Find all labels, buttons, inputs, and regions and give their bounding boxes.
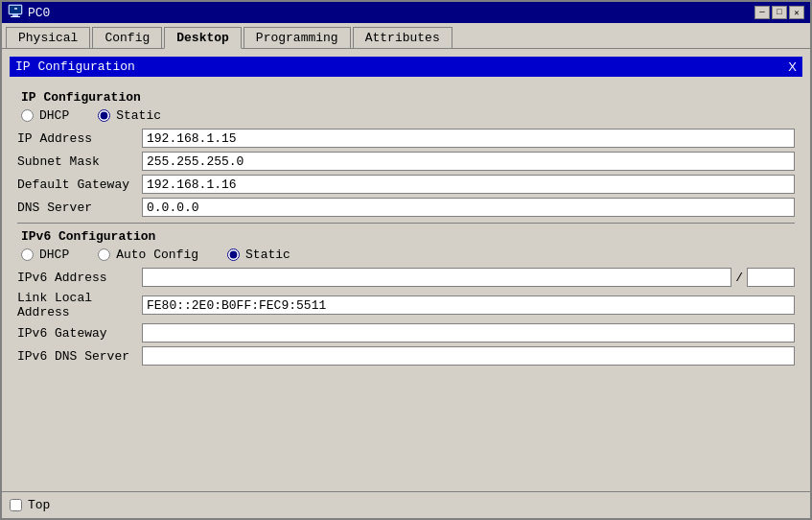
tab-config[interactable]: Config [92, 27, 162, 48]
title-bar: PC0 ─ □ ✕ [2, 2, 810, 23]
subnet-mask-label: Subnet Mask [17, 154, 142, 169]
title-bar-left: PC0 [8, 3, 50, 22]
ip-config-header-label: IP Configuration [15, 59, 135, 74]
dns-server-row: DNS Server [17, 198, 795, 217]
default-gateway-row: Default Gateway [17, 175, 795, 194]
maximize-button[interactable]: □ [772, 6, 787, 19]
svg-rect-2 [11, 16, 20, 17]
dhcp-radio-group: DHCP [21, 108, 69, 123]
dhcp-label: DHCP [39, 108, 69, 123]
ipv6-dns-label: IPv6 DNS Server [17, 349, 142, 364]
ipv6-address-input[interactable] [142, 268, 731, 287]
default-gateway-input[interactable] [142, 175, 795, 194]
minimize-button[interactable]: ─ [754, 6, 770, 19]
ipv6-address-label: IPv6 Address [17, 271, 142, 285]
section-divider [17, 223, 795, 224]
tab-programming[interactable]: Programming [244, 27, 351, 48]
ipv6-gateway-row: IPv6 Gateway [17, 323, 795, 343]
tab-attributes[interactable]: Attributes [353, 27, 452, 48]
ipv6-radio-row: DHCP Auto Config Static [21, 248, 795, 262]
top-checkbox[interactable] [10, 499, 22, 511]
ipv4-radio-row: DHCP Static [21, 108, 795, 123]
svg-rect-4 [14, 8, 17, 10]
ipv4-section-label: IP Configuration [21, 90, 795, 105]
static-label: Static [116, 108, 161, 123]
ipv6-autoconfig-radio-group: Auto Config [98, 248, 198, 262]
ipv6-static-radio[interactable] [227, 248, 240, 261]
subnet-mask-input[interactable] [142, 152, 795, 171]
ipv6-address-row: IPv6 Address / [17, 268, 795, 287]
ip-address-label: IP Address [17, 131, 142, 146]
ipv6-dhcp-radio-group: DHCP [21, 248, 69, 262]
link-local-row: Link Local Address [17, 291, 795, 319]
dns-server-input[interactable] [142, 198, 795, 217]
tab-bar: Physical Config Desktop Programming Attr… [2, 23, 810, 49]
ipv6-prefix-input[interactable] [747, 268, 795, 287]
subnet-mask-row: Subnet Mask [17, 152, 795, 171]
bottom-bar: Top [2, 491, 810, 518]
ipv6-slash: / [735, 271, 743, 285]
ipv6-static-label: Static [245, 248, 290, 262]
ipv6-dhcp-radio[interactable] [21, 248, 34, 261]
ipv6-gateway-label: IPv6 Gateway [17, 326, 142, 341]
ipv6-autoconfig-label: Auto Config [116, 248, 198, 262]
top-label: Top [28, 498, 50, 512]
top-checkbox-label: Top [10, 498, 50, 512]
ipv6-static-radio-group: Static [227, 248, 290, 262]
ip-config-close-button[interactable]: X [788, 59, 797, 74]
main-content: IP Configuration X IP Configuration DHCP… [2, 49, 810, 491]
default-gateway-label: Default Gateway [17, 177, 142, 192]
svg-rect-1 [12, 14, 18, 16]
link-local-label: Link Local Address [17, 291, 142, 319]
tab-desktop[interactable]: Desktop [164, 27, 242, 49]
ip-address-input[interactable] [142, 129, 795, 148]
static-radio-group: Static [98, 108, 161, 123]
ip-config-header: IP Configuration X [10, 57, 802, 77]
ipv6-autoconfig-radio[interactable] [98, 248, 110, 261]
link-local-input[interactable] [142, 295, 795, 315]
title-bar-controls: ─ □ ✕ [754, 6, 804, 19]
dns-server-label: DNS Server [17, 201, 142, 215]
ipv6-dns-input[interactable] [142, 346, 795, 366]
ip-address-row: IP Address [17, 129, 795, 148]
close-button[interactable]: ✕ [789, 6, 804, 19]
computer-icon [8, 3, 23, 22]
tab-physical[interactable]: Physical [6, 27, 90, 48]
static-radio[interactable] [98, 109, 110, 122]
ip-config-form: IP Configuration DHCP Static IP Address [10, 81, 802, 373]
ipv6-dns-row: IPv6 DNS Server [17, 346, 795, 366]
main-window: PC0 ─ □ ✕ Physical Config Desktop Progra… [0, 0, 812, 520]
ipv6-dhcp-label: DHCP [39, 248, 69, 262]
ipv6-address-inputs: / [142, 268, 795, 287]
ipv6-gateway-input[interactable] [142, 323, 795, 343]
ipv6-section-label: IPv6 Configuration [21, 229, 795, 244]
window-title: PC0 [28, 6, 50, 20]
dhcp-radio[interactable] [21, 109, 34, 122]
